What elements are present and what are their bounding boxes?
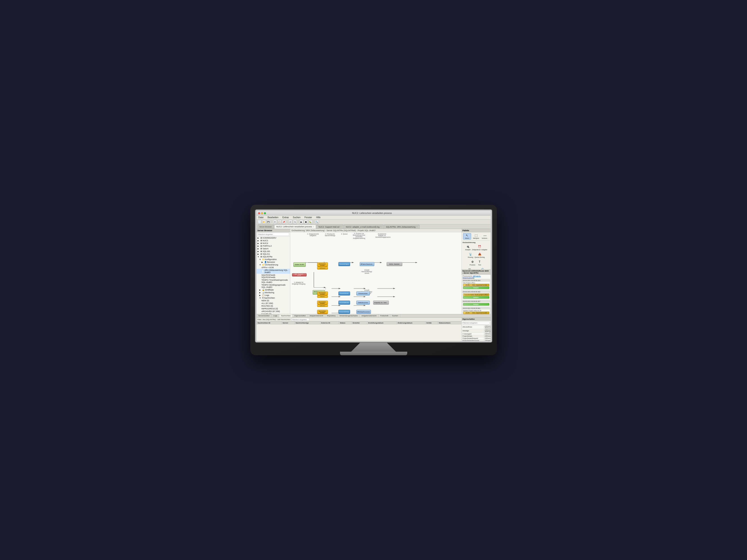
node-mysql[interactable]: MySQL - Datenbank [387,262,402,266]
node-jiraprojects-tag[interactable]: JiraProjects [317,267,328,269]
sidebar-item-portal3[interactable]: ▶ 🖥 PORTAL3 [257,245,290,247]
node-process-jiramember[interactable]: ProcessIraMember [338,301,350,304]
menu-datei[interactable]: Datei [258,216,264,219]
node-nv-iraworklogs[interactable]: Nachrichten-verteiler [317,310,328,314]
toolbar-run[interactable]: ▶ [300,220,304,224]
sidebar-item-saturn[interactable]: ▶ 🖥 Saturn [257,247,290,250]
node-postgresql[interactable]: PostgreSQL-Jira - Daten... [373,301,389,304]
sidebar-item-sqlintre[interactable]: ▼ 🖥 SQLINTRe [257,256,290,258]
node-ira-rest[interactable]: JRA - RestAPI - HTTP [292,273,307,276]
sidebar-item-nuc6[interactable]: ▶ 🖥 NUC6 [257,242,290,245]
node-process-iraworklogs[interactable]: ProcessIraWorklogs [338,310,350,314]
menu-fenster[interactable]: Fenster [304,216,313,219]
toolbar-cut[interactable]: ✂ [273,220,277,224]
bottom-tab-fortschritt[interactable]: Fortschritt [379,314,390,317]
node-nv-jiramember[interactable]: Nachrichten-verteiler [317,301,328,304]
node-nv-iraissues[interactable]: Nachrichten-verteiler [317,291,328,295]
bottom-tab-eigenschaften[interactable]: Eigenschaften [293,314,308,317]
sidebar-item-new[interactable]: NEW (0) [257,299,290,302]
sidebar-filter-input[interactable] [258,233,289,236]
bottom-tab-aufgaben[interactable]: Aufgabenübersicht [360,314,379,317]
palette-connect[interactable]: — Verbind... [481,233,489,239]
ps-item-3-btn[interactable]: Adapter [463,303,489,305]
sidebar-item-orchestrierung[interactable]: ▼ 📁 Orchestrierung [257,263,290,266]
bottom-tab-nachrichten[interactable]: Nachrichten [279,314,293,317]
sidebar-item-nachrichten[interactable]: ▼ ✉ Nachrichten [257,297,290,299]
menu-extras[interactable]: Extras [282,216,289,219]
tab-lieferschein-close[interactable]: × [313,226,314,228]
node-process-iraissues[interactable]: ProcessIraIssues [338,291,350,295]
tab-jira[interactable]: SQLINTRe: JIRA Zeitauswertung × [384,225,419,229]
sidebar-item-monitoring[interactable]: ▶ 📊 Monitoring [257,291,290,294]
col-erstell[interactable]: Erstellungsdatum [367,322,397,324]
bottom-tab-servermonitor[interactable]: Servermonitor [257,314,272,317]
menu-suchen[interactable]: Suchen [292,216,302,219]
col-aender[interactable]: Änderungsdatum [396,322,425,324]
tab-mail[interactable]: NUC2: Support Mail.xsl × [316,225,343,229]
palette-marquee[interactable]: ⬚ Marquee [472,233,480,239]
toolbar-stop[interactable]: ⏹ [304,220,308,224]
bottom-tab-logs[interactable]: Logs [272,314,279,317]
sidebar-item-logs[interactable]: ▶ 📋 Logs [257,294,290,297]
ps-item-4-tag[interactable]: JSON → XML response to xml [463,312,489,314]
ps-item-1-btn[interactable]: Adapter [463,287,489,289]
tab-adapter-close[interactable]: × [380,226,382,228]
sidebar-item-komm[interactable]: ▶ 🖥 KOMM024DEV [257,237,290,239]
toolbar-save[interactable]: 💾 [266,220,271,224]
node-allworklogs[interactable]: AllWorklogsSince.process [356,310,371,314]
sidebar-item-sqlrss[interactable]: SQLRSSFeeds SQLRSSFeeds [257,274,290,279]
close-button[interactable] [258,212,260,214]
sidebar-item-nuc2[interactable]: ▶ 🖥 NUC2 [257,239,290,242]
col-extid[interactable]: Externe ID [320,322,339,324]
node-process-iraprojects[interactable]: ProcessIraProjects [338,262,350,266]
col-server[interactable]: Server [282,322,295,324]
minimize-button[interactable] [261,212,263,214]
sidebar-item-tempo-time[interactable]: TEMPO TimeSheetApprovals SQL-JiraBO [257,279,290,284]
sidebar-item-routed[interactable]: ROUTED (0) [257,304,290,307]
orch-item-prozess[interactable]: ⚙ Prozess [469,260,475,266]
tab-lieferschein[interactable]: NUC2: Lieferschein verarbeiten.process × [274,225,316,229]
orch-item-zeitgesteuert[interactable]: ⏰ Zeitgesteuer. Aufgabe [472,244,487,250]
col-id[interactable]: Nachrichten ID [257,322,282,324]
sidebar-item-sql193[interactable]: ▶ 🖥 SQL193 [257,250,290,253]
toolbar-copy[interactable]: 📋 [278,220,282,224]
toolbar-redo[interactable]: ↪ [293,220,297,224]
sidebar-item-zertifikate[interactable]: ▶ 🔒 Zertifikate [257,289,290,291]
col-grosse[interactable]: Größe [426,322,438,324]
col-type[interactable]: Nachrichtentyp [294,322,320,324]
col-status[interactable]: Status [339,322,352,324]
orch-item-adapter[interactable]: 🔌 Adapter [465,244,471,250]
orch-item-queue[interactable]: 📥 Queue-Eintrag [474,252,485,258]
orch-item-weitere-schnitt[interactable]: 🔗 Weitere Schnitt... [476,267,488,269]
sidebar-item-jira-zeitauswertung[interactable]: 📄 JIRA Zeitauswertung SQL-JiraBO [257,269,290,274]
menu-hilfe[interactable]: Hilfe [315,216,321,219]
bottom-tab-adapterubersicht[interactable]: Adapterübersicht [308,314,325,317]
toolbar-undo[interactable]: ↩ [288,220,292,224]
sidebar-item-inprogress[interactable]: INPROGRESS (0) [257,307,290,310]
tab-mail-close[interactable]: × [340,226,341,228]
props-filter-input[interactable] [463,322,490,324]
sidebar-item-konfig[interactable]: ▼ 📁 Konfiguration [257,258,290,261]
bottom-tab-verwendung[interactable]: Verwendungsnachweis [337,314,360,317]
sidebar-item-all[interactable]: ALL (67,356) [257,302,290,304]
bottom-tab-repository[interactable]: Repository [325,314,337,317]
tab-jira-close[interactable]: × [416,226,417,228]
node-jiramember-tag[interactable]: IraMember [317,304,328,307]
toolbar-open[interactable]: 📂 [262,220,266,224]
toolbar-paste[interactable]: 📌 [282,220,286,224]
sidebar-item-benutzer[interactable]: ▶ 👤 Benutzer [257,261,290,263]
bottom-tab-suchen[interactable]: Suchen [390,314,400,317]
tab-adapter[interactable]: NUC2: adapter_e-mail (outbound).log × [344,225,384,229]
node-all-issues[interactable]: All-Issues.process [356,291,370,295]
ps-item-2-btn[interactable]: Adapter [463,296,489,299]
sidebar-item-tempo-work[interactable]: TEMPO WorklogApprovals SQL-JiraBO [257,284,290,289]
sidebar-item-apps-sob[interactable]: APPs<->SOB [257,266,290,269]
col-statusnotizen[interactable]: Statusnotizen [438,322,461,324]
node-iraissues-tag[interactable]: IraIssues [317,295,328,298]
orch-item-weitere-nach[interactable]: ✉ Weitere Nachi... [464,267,475,269]
ps-item-2-tag[interactable]: Transformation Build project URLs [463,293,489,296]
ps-item-1-tag[interactable]: JSON → XML response to xml [463,284,489,286]
col-ersteller[interactable]: Ersteller [352,322,367,324]
bottom-filter-input[interactable] [291,318,309,321]
orch-item-routing[interactable]: 📡 Routing [467,252,473,258]
